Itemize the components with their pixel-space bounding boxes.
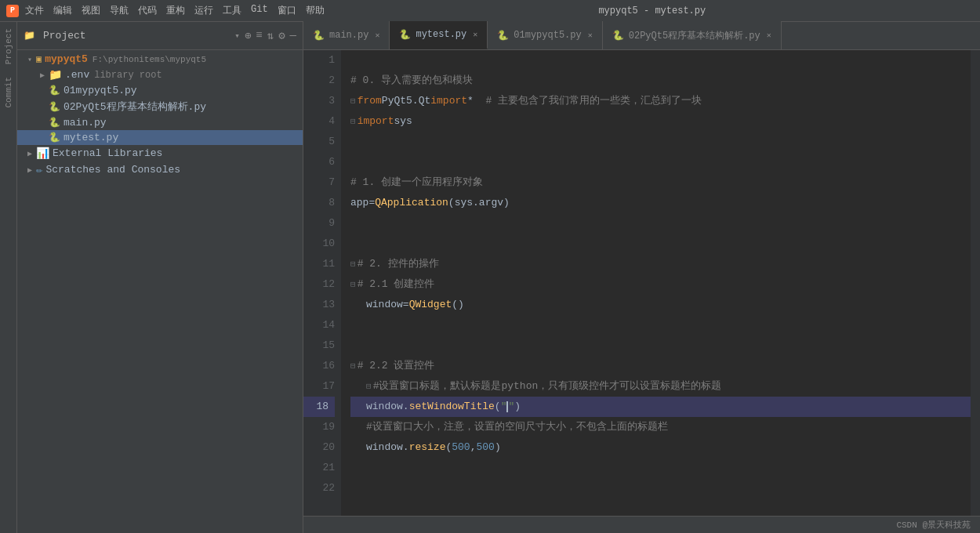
kw-import2: import (358, 111, 394, 132)
right-gutter (971, 50, 980, 516)
expand-all-icon[interactable]: ⇅ (267, 29, 274, 42)
tab-close-mytest[interactable]: ✕ (473, 30, 477, 39)
tree-item-02[interactable]: 🐍 02PyQt5程序基本结构解析.py (17, 98, 303, 115)
project-title: Project (43, 30, 230, 42)
py-icon-mytest: 🐍 (49, 132, 60, 143)
ln-13: 13 (303, 295, 335, 315)
sidebar-tab-commit[interactable]: Commit (2, 71, 16, 114)
dropdown-arrow: ▾ (234, 31, 240, 41)
extlib-icon: 📊 (36, 147, 49, 160)
settings-icon[interactable]: ⚙ (278, 29, 285, 42)
tab-main-py[interactable]: 🐍 main.py ✕ (303, 21, 390, 49)
menu-edit[interactable]: 编辑 (53, 4, 72, 17)
code-line-22 (350, 478, 971, 499)
menu-tools[interactable]: 工具 (223, 4, 241, 17)
menu-refactor[interactable]: 重构 (166, 4, 185, 17)
menu-view[interactable]: 视图 (82, 4, 100, 17)
op-eq: = (368, 193, 375, 213)
tab-icon-main: 🐍 (313, 30, 325, 42)
scratches-name: Scratches and Consoles (45, 164, 180, 176)
op-dot2: . (403, 437, 409, 458)
op-lparen1: ( (448, 193, 455, 213)
tab-icon-02: 🐍 (612, 30, 624, 42)
main-layout: Project Commit 📁 Project ▾ ⊕ ≡ ⇅ ⚙ — ▾ ▣… (0, 22, 980, 533)
fold-12[interactable]: ⊟ (350, 274, 356, 295)
cmt-11: # 2. 控件的操作 (358, 254, 439, 274)
kw-import: import (430, 91, 467, 111)
fold-17[interactable]: ⊟ (366, 376, 372, 397)
code-line-21 (350, 458, 971, 478)
menu-navigate[interactable]: 导航 (110, 4, 129, 17)
tab-mytest-py[interactable]: 🐍 mytest.py ✕ (390, 21, 488, 49)
root-folder-icon: ▣ (36, 53, 42, 65)
code-line-14 (350, 315, 971, 335)
param-sys: sys.argv (455, 193, 503, 213)
cmt-12: # 2.1 创建控件 (358, 274, 435, 295)
tab-label-mytest: mytest.py (416, 29, 466, 40)
tree-item-01[interactable]: 🐍 01mypyqt5.py (17, 83, 303, 98)
menu-run[interactable]: 运行 (194, 4, 213, 17)
collapse-all-icon[interactable]: ≡ (256, 29, 262, 42)
editor-area: 🐍 main.py ✕ 🐍 mytest.py ✕ 🐍 01mypyqt5.py… (303, 22, 980, 533)
ln-9: 9 (303, 213, 335, 234)
code-line-4: ⊟ import sys (350, 111, 971, 132)
code-content[interactable]: # 0. 导入需要的包和模块 ⊟ from PyQt5.Qt import * … (341, 50, 971, 516)
ln-16: 16 (303, 356, 335, 376)
ln-3: 3 (303, 91, 335, 111)
op-parens-w: () (452, 295, 464, 315)
menu-file[interactable]: 文件 (25, 4, 44, 17)
menu-code[interactable]: 代码 (138, 4, 157, 17)
fn-resize: resize (409, 437, 446, 458)
tab-01mypyqt5-py[interactable]: 🐍 01mypyqt5.py ✕ (488, 21, 602, 49)
menu-help[interactable]: 帮助 (306, 4, 325, 17)
left-sidebar: Project Commit (0, 22, 17, 533)
mod-sys: sys (394, 111, 412, 132)
op-eq2: = (403, 295, 409, 315)
scratches-arrow: ▶ (24, 165, 36, 175)
menu-window[interactable]: 窗口 (278, 4, 296, 17)
ln-6: 6 (303, 152, 335, 172)
code-editor[interactable]: 1 2 3 4 5 6 7 8 9 10 11 12 13 14 15 16 1… (303, 50, 980, 516)
tab-bar: 🐍 main.py ✕ 🐍 mytest.py ✕ 🐍 01mypyqt5.py… (303, 22, 980, 50)
fold-16[interactable]: ⊟ (350, 356, 356, 376)
sidebar-tab-project[interactable]: Project (2, 22, 16, 71)
ln-2: 2 (303, 71, 335, 91)
tree-item-env[interactable]: ▶ 📁 .env library root (17, 67, 303, 83)
tab-close-main[interactable]: ✕ (375, 31, 379, 40)
cmt-7: # 1. 创建一个应用程序对象 (350, 172, 483, 193)
tab-close-02[interactable]: ✕ (767, 31, 771, 40)
tab-close-01[interactable]: ✕ (588, 31, 593, 40)
code-line-2: # 0. 导入需要的包和模块 (350, 71, 971, 91)
tree-item-extlib[interactable]: ▶ 📊 External Libraries (17, 145, 303, 161)
fold-11[interactable]: ⊟ (350, 254, 356, 274)
num-500a: 500 (452, 437, 470, 458)
ln-1: 1 (303, 50, 335, 71)
code-line-18: window . setWindowTitle ( " " ) (350, 397, 971, 417)
ln-21: 21 (303, 458, 335, 478)
tab-label-main: main.py (329, 30, 368, 41)
ln-4: 4 (303, 111, 335, 132)
tree-item-mytest[interactable]: 🐍 mytest.py (17, 130, 303, 145)
project-panel: 📁 Project ▾ ⊕ ≡ ⇅ ⚙ — ▾ ▣ mypyqt5 F:\pyt… (17, 22, 303, 533)
project-tree: ▾ ▣ mypyqt5 F:\pythonitems\mypyqt5 ▶ 📁 .… (17, 50, 303, 533)
op-rparen1: ) (503, 193, 510, 213)
tree-root[interactable]: ▾ ▣ mypyqt5 F:\pythonitems\mypyqt5 (17, 52, 303, 67)
tab-02pyqt5-py[interactable]: 🐍 02PyQt5程序基本结构解析.py ✕ (603, 21, 782, 49)
op-comma: , (470, 437, 477, 458)
add-content-icon[interactable]: ⊕ (245, 29, 251, 42)
extlib-arrow: ▶ (24, 149, 36, 158)
ln-11: 11 (303, 254, 335, 274)
fold-3[interactable]: ⊟ (350, 91, 356, 111)
ln-22: 22 (303, 478, 335, 499)
code-line-5 (350, 132, 971, 152)
cmt-2: # 0. 导入需要的包和模块 (350, 71, 473, 91)
tree-item-main[interactable]: 🐍 main.py (17, 115, 303, 130)
file-02: 02PyQt5程序基本结构解析.py (64, 100, 206, 114)
kw-from: from (358, 91, 382, 111)
fold-4[interactable]: ⊟ (350, 111, 356, 132)
py-icon-01: 🐍 (49, 85, 60, 96)
tree-item-scratches[interactable]: ▶ ✏️ Scratches and Consoles (17, 161, 303, 178)
menu-git[interactable]: Git (251, 4, 268, 17)
close-panel-icon[interactable]: — (290, 29, 296, 42)
cmt-3: # 主要包含了我们常用的一些类，汇总到了一块 (485, 91, 702, 111)
